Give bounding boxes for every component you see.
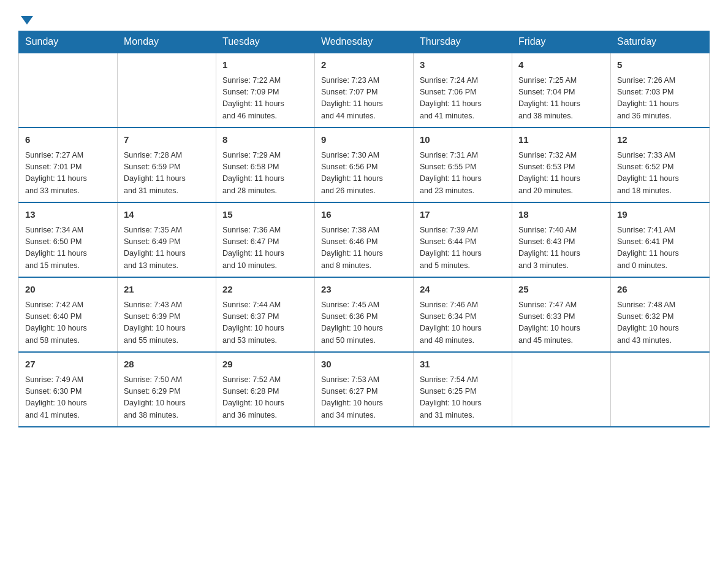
calendar-week-row: 6Sunrise: 7:27 AMSunset: 7:01 PMDaylight… [19,128,710,202]
calendar-cell: 2Sunrise: 7:23 AMSunset: 7:07 PMDaylight… [315,53,414,128]
day-info: Sunrise: 7:22 AMSunset: 7:09 PMDaylight:… [222,75,308,123]
day-number: 2 [321,58,407,72]
calendar-cell: 13Sunrise: 7:34 AMSunset: 6:50 PMDayligh… [19,202,118,277]
day-number: 22 [222,283,308,297]
calendar-cell: 9Sunrise: 7:30 AMSunset: 6:56 PMDaylight… [315,128,414,202]
calendar-cell: 8Sunrise: 7:29 AMSunset: 6:58 PMDaylight… [216,128,315,202]
calendar-cell: 23Sunrise: 7:45 AMSunset: 6:36 PMDayligh… [315,277,414,352]
day-info: Sunrise: 7:47 AMSunset: 6:33 PMDaylight:… [518,299,604,347]
calendar-cell: 4Sunrise: 7:25 AMSunset: 7:04 PMDaylight… [512,53,611,128]
day-number: 30 [321,358,407,372]
day-info: Sunrise: 7:30 AMSunset: 6:56 PMDaylight:… [321,150,407,197]
calendar-cell [512,352,611,427]
page-header [18,12,710,25]
day-number: 11 [518,133,604,147]
day-info: Sunrise: 7:53 AMSunset: 6:27 PMDaylight:… [321,374,407,422]
day-number: 4 [518,58,604,72]
calendar-table: SundayMondayTuesdayWednesdayThursdayFrid… [18,31,710,427]
day-info: Sunrise: 7:39 AMSunset: 6:44 PMDaylight:… [420,224,506,272]
day-info: Sunrise: 7:32 AMSunset: 6:53 PMDaylight:… [518,150,604,197]
day-number: 5 [617,58,703,72]
day-number: 6 [25,133,111,147]
day-info: Sunrise: 7:27 AMSunset: 7:01 PMDaylight:… [25,150,111,197]
calendar-cell: 25Sunrise: 7:47 AMSunset: 6:33 PMDayligh… [512,277,611,352]
day-info: Sunrise: 7:44 AMSunset: 6:37 PMDaylight:… [222,299,308,347]
day-number: 9 [321,133,407,147]
day-number: 27 [25,358,111,372]
day-info: Sunrise: 7:33 AMSunset: 6:52 PMDaylight:… [617,150,703,197]
calendar-cell: 17Sunrise: 7:39 AMSunset: 6:44 PMDayligh… [414,202,512,277]
calendar-week-row: 1Sunrise: 7:22 AMSunset: 7:09 PMDaylight… [19,53,710,128]
day-info: Sunrise: 7:45 AMSunset: 6:36 PMDaylight:… [321,299,407,347]
day-number: 8 [222,133,308,147]
day-info: Sunrise: 7:52 AMSunset: 6:28 PMDaylight:… [222,374,308,422]
calendar-cell: 7Sunrise: 7:28 AMSunset: 6:59 PMDaylight… [118,128,216,202]
column-header-tuesday: Tuesday [216,31,315,53]
day-info: Sunrise: 7:46 AMSunset: 6:34 PMDaylight:… [420,299,506,347]
logo-arrow-icon [21,16,33,25]
calendar-cell: 14Sunrise: 7:35 AMSunset: 6:49 PMDayligh… [118,202,216,277]
calendar-cell: 29Sunrise: 7:52 AMSunset: 6:28 PMDayligh… [216,352,315,427]
day-info: Sunrise: 7:31 AMSunset: 6:55 PMDaylight:… [420,150,506,197]
day-number: 29 [222,358,308,372]
day-info: Sunrise: 7:50 AMSunset: 6:29 PMDaylight:… [124,374,210,422]
day-number: 3 [420,58,506,72]
day-number: 1 [222,58,308,72]
calendar-cell: 15Sunrise: 7:36 AMSunset: 6:47 PMDayligh… [216,202,315,277]
day-info: Sunrise: 7:43 AMSunset: 6:39 PMDaylight:… [124,299,210,347]
column-header-saturday: Saturday [611,31,710,53]
day-info: Sunrise: 7:26 AMSunset: 7:03 PMDaylight:… [617,75,703,123]
calendar-cell [19,53,118,128]
day-info: Sunrise: 7:49 AMSunset: 6:30 PMDaylight:… [25,374,111,422]
day-number: 26 [617,283,703,297]
day-info: Sunrise: 7:28 AMSunset: 6:59 PMDaylight:… [124,150,210,197]
calendar-cell: 26Sunrise: 7:48 AMSunset: 6:32 PMDayligh… [611,277,710,352]
column-header-friday: Friday [512,31,611,53]
day-info: Sunrise: 7:42 AMSunset: 6:40 PMDaylight:… [25,299,111,347]
calendar-cell: 19Sunrise: 7:41 AMSunset: 6:41 PMDayligh… [611,202,710,277]
day-number: 16 [321,208,407,222]
day-number: 13 [25,208,111,222]
calendar-header-row: SundayMondayTuesdayWednesdayThursdayFrid… [19,31,710,53]
calendar-cell: 1Sunrise: 7:22 AMSunset: 7:09 PMDaylight… [216,53,315,128]
calendar-cell [611,352,710,427]
column-header-sunday: Sunday [19,31,118,53]
day-info: Sunrise: 7:41 AMSunset: 6:41 PMDaylight:… [617,224,703,272]
logo [18,12,33,25]
calendar-cell: 3Sunrise: 7:24 AMSunset: 7:06 PMDaylight… [414,53,512,128]
day-number: 20 [25,283,111,297]
day-info: Sunrise: 7:23 AMSunset: 7:07 PMDaylight:… [321,75,407,123]
day-number: 25 [518,283,604,297]
day-number: 24 [420,283,506,297]
calendar-cell: 11Sunrise: 7:32 AMSunset: 6:53 PMDayligh… [512,128,611,202]
calendar-cell: 27Sunrise: 7:49 AMSunset: 6:30 PMDayligh… [19,352,118,427]
day-number: 15 [222,208,308,222]
calendar-cell: 12Sunrise: 7:33 AMSunset: 6:52 PMDayligh… [611,128,710,202]
day-info: Sunrise: 7:48 AMSunset: 6:32 PMDaylight:… [617,299,703,347]
calendar-cell: 6Sunrise: 7:27 AMSunset: 7:01 PMDaylight… [19,128,118,202]
calendar-cell: 28Sunrise: 7:50 AMSunset: 6:29 PMDayligh… [118,352,216,427]
day-info: Sunrise: 7:35 AMSunset: 6:49 PMDaylight:… [124,224,210,272]
day-number: 18 [518,208,604,222]
calendar-cell: 16Sunrise: 7:38 AMSunset: 6:46 PMDayligh… [315,202,414,277]
calendar-cell [118,53,216,128]
day-info: Sunrise: 7:29 AMSunset: 6:58 PMDaylight:… [222,150,308,197]
day-number: 14 [124,208,210,222]
day-info: Sunrise: 7:24 AMSunset: 7:06 PMDaylight:… [420,75,506,123]
calendar-cell: 5Sunrise: 7:26 AMSunset: 7:03 PMDaylight… [611,53,710,128]
day-number: 28 [124,358,210,372]
calendar-week-row: 27Sunrise: 7:49 AMSunset: 6:30 PMDayligh… [19,352,710,427]
calendar-cell: 22Sunrise: 7:44 AMSunset: 6:37 PMDayligh… [216,277,315,352]
calendar-week-row: 13Sunrise: 7:34 AMSunset: 6:50 PMDayligh… [19,202,710,277]
day-info: Sunrise: 7:25 AMSunset: 7:04 PMDaylight:… [518,75,604,123]
day-number: 12 [617,133,703,147]
calendar-cell: 30Sunrise: 7:53 AMSunset: 6:27 PMDayligh… [315,352,414,427]
day-number: 21 [124,283,210,297]
day-info: Sunrise: 7:40 AMSunset: 6:43 PMDaylight:… [518,224,604,272]
calendar-cell: 24Sunrise: 7:46 AMSunset: 6:34 PMDayligh… [414,277,512,352]
calendar-cell: 20Sunrise: 7:42 AMSunset: 6:40 PMDayligh… [19,277,118,352]
day-info: Sunrise: 7:36 AMSunset: 6:47 PMDaylight:… [222,224,308,272]
day-number: 7 [124,133,210,147]
day-info: Sunrise: 7:34 AMSunset: 6:50 PMDaylight:… [25,224,111,272]
calendar-cell: 10Sunrise: 7:31 AMSunset: 6:55 PMDayligh… [414,128,512,202]
